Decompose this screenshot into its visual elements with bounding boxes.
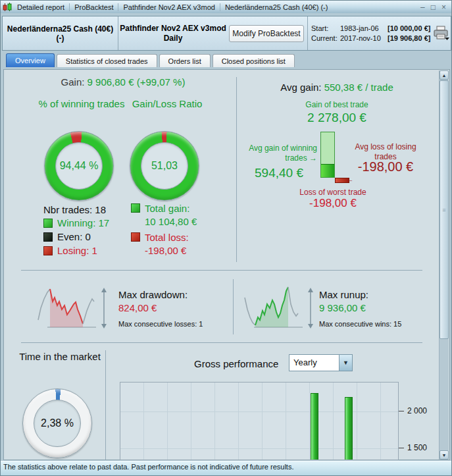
- dates-cell: Start: 1983-jan-06 [10 000,00 €] Current…: [308, 16, 451, 50]
- avg-win-bar: [321, 164, 334, 177]
- max-consecutive-wins: Max consecutive wins: 15: [319, 317, 401, 331]
- losing-color-swatch: [43, 246, 53, 255]
- arrow-left-icon: ←: [341, 174, 358, 184]
- drawdown-chart-icon: [36, 286, 112, 332]
- separator: [21, 342, 422, 343]
- overview-panel: Gain: 9 906,80 € (+99,07 %) % of winning…: [3, 69, 450, 460]
- avg-win-label-text: Avg gain of winning trades: [249, 144, 317, 163]
- tab-closed-positions-list[interactable]: Closed positions list: [213, 54, 295, 67]
- strategy-title: Pathfinder Nov2 AEX v3mod: [118, 24, 228, 34]
- scrollbar-thumb[interactable]: ≡: [439, 80, 449, 339]
- performance-bar: [345, 397, 353, 460]
- runup-stats: Max runup: 9 936,00 € Max consecutive wi…: [319, 288, 401, 331]
- performance-bar: [311, 393, 318, 460]
- even-color-swatch: [43, 232, 53, 242]
- total-loss-swatch: [131, 232, 140, 242]
- legend-winning: Winning: 17: [43, 217, 109, 228]
- modify-probacktest-button[interactable]: Modify ProBacktest: [229, 25, 304, 42]
- title-part: Pathfinder Nov2 AEX v3mod: [118, 3, 220, 11]
- close-button[interactable]: ×: [441, 3, 446, 12]
- avg-win-label: Avg gain of winning trades →: [236, 144, 317, 163]
- winning-gauge-value: 94,44 %: [60, 160, 99, 172]
- gross-performance-plot: [120, 382, 399, 460]
- strategy-name: Pathfinder Nov2 AEX v3mod Daily: [118, 24, 228, 43]
- gridline: [120, 411, 398, 412]
- status-bar: The statistics above relate to past data…: [1, 461, 451, 476]
- nbr-trades: Nbr trades: 18: [43, 204, 106, 215]
- avg-win-value: 594,40 €: [241, 166, 317, 180]
- best-trade-bar: [320, 132, 335, 178]
- period-dropdown[interactable]: Yearly ▼: [289, 354, 353, 371]
- gain-loss-ratio-gauge: 51,03: [130, 131, 199, 201]
- start-label: Start:: [311, 24, 340, 34]
- time-in-market-value: 2,38 %: [41, 417, 74, 429]
- start-date: 1983-jan-06: [340, 24, 388, 34]
- worst-trade-label: Loss of worst trade: [261, 188, 405, 197]
- legend-losing: Losing: 1: [43, 245, 97, 256]
- best-trade-label: Gain of best trade: [241, 100, 433, 109]
- tab-overview[interactable]: Overview: [6, 53, 55, 67]
- total-loss-label: Total loss:: [145, 232, 189, 243]
- disclaimer-text: The statistics above relate to past data…: [3, 463, 293, 471]
- gridline: [120, 448, 398, 449]
- title-part: ProBacktest: [70, 3, 118, 11]
- tab-orders-list[interactable]: Orders list: [159, 54, 211, 67]
- vertical-scrollbar[interactable]: ▲ ≡ ▼: [439, 70, 449, 460]
- ratio-gauge-title: Gain/Loss Ratio: [122, 97, 212, 110]
- candlestick-logo-icon: [3, 3, 13, 12]
- chevron-down-icon[interactable]: ▼: [339, 354, 353, 371]
- winning-gauge-title: % of winning trades: [37, 97, 126, 110]
- scroll-up-button[interactable]: ▲: [439, 70, 449, 80]
- maximize-button[interactable]: □: [431, 3, 436, 12]
- runup-chart-icon: [242, 286, 318, 332]
- max-runup-label: Max runup:: [319, 288, 401, 302]
- y-axis-tick-label: 2 000: [399, 406, 427, 415]
- tab-statistics-of-closed-trades[interactable]: Statistics of closed trades: [57, 54, 157, 67]
- current-value: [19 906,80 €]: [388, 34, 430, 43]
- avg-gain-headline: Avg gain: 550,38 € / trade: [241, 82, 433, 93]
- column-divider: [236, 77, 237, 262]
- instrument-name: Nederländerna25 Cash (40€) (-): [3, 16, 118, 50]
- best-trade-value: 2 278,00 €: [241, 111, 433, 125]
- time-in-market-title: Time in the market: [14, 350, 105, 363]
- print-button[interactable]: [430, 26, 451, 41]
- minimize-button[interactable]: –: [420, 3, 425, 12]
- gain-headline: Gain: 9 906,80 € (+99,07 %): [14, 76, 232, 88]
- strategy-cell: Pathfinder Nov2 AEX v3mod Daily Modify P…: [118, 16, 308, 50]
- total-gain-value: 10 104,80 €: [145, 216, 197, 227]
- start-row: Start: 1983-jan-06 [10 000,00 €]: [311, 24, 430, 34]
- report-header: Nederländerna25 Cash (40€) (-) Pathfinde…: [2, 16, 451, 51]
- tab-bar: Overview Statistics of closed trades Ord…: [6, 53, 295, 67]
- drawdown-stats: Max drawdown: 824,00 € Max consecutive l…: [118, 288, 203, 331]
- ratio-gauge-value: 51,03: [151, 160, 178, 172]
- gain-label: Gain:: [61, 76, 85, 88]
- column-divider: [105, 350, 106, 460]
- avg-loss-value: -198,00 €: [355, 159, 416, 174]
- losing-count: Losing: 1: [57, 245, 97, 256]
- period-dropdown-value: Yearly: [289, 354, 339, 371]
- winning-count: Winning: 17: [57, 217, 109, 228]
- printer-icon: [432, 26, 450, 41]
- title-part: Nederländerna25 Cash (40€) (-): [220, 3, 333, 11]
- arrow-right-icon: →: [309, 153, 317, 163]
- scroll-down-button[interactable]: ▼: [439, 450, 449, 460]
- gross-performance-label: Gross performance: [194, 358, 278, 369]
- current-date: 2017-nov-10: [340, 34, 388, 43]
- winning-color-swatch: [43, 219, 53, 228]
- max-drawdown-value: 824,00 €: [118, 302, 203, 315]
- title-part: Detailed report: [13, 3, 70, 11]
- total-loss-value: -198,00 €: [145, 245, 186, 256]
- max-drawdown-label: Max drawdown:: [118, 288, 203, 302]
- even-count: Even: 0: [57, 231, 91, 242]
- date-rows: Start: 1983-jan-06 [10 000,00 €] Current…: [311, 24, 430, 43]
- y-axis-tick-label: 1 500: [399, 443, 427, 452]
- title-bar: Detailed report ProBacktest Pathfinder N…: [1, 1, 451, 13]
- window-controls: – □ ×: [420, 3, 451, 12]
- gain-value: 9 906,80 € (+99,07 %): [88, 76, 186, 88]
- avg-gain-label: Avg gain:: [280, 82, 321, 93]
- worst-trade-value: -198,00 €: [261, 197, 405, 210]
- total-gain-label: Total gain:: [145, 203, 189, 214]
- max-consecutive-losses: Max consecutive losses: 1: [118, 317, 203, 331]
- separator: [21, 270, 422, 271]
- legend-even: Even: 0: [43, 231, 91, 242]
